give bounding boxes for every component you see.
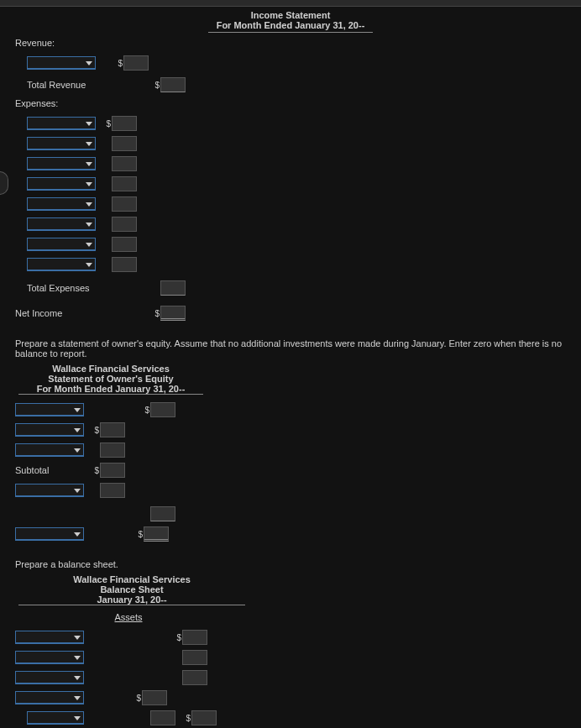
dollar-sign: $ [153, 81, 160, 90]
net-income-input[interactable] [160, 306, 186, 321]
asset-amount-4a[interactable] [142, 690, 167, 705]
oe-dropdown-2[interactable] [15, 423, 84, 437]
subtotal-input[interactable] [100, 463, 125, 478]
oe-company: Wallace Financial Services [18, 364, 203, 374]
oe-underline [18, 394, 203, 395]
revenue-label: Revenue: [15, 38, 566, 48]
asset-dropdown-4[interactable] [15, 691, 84, 704]
expense-amount-3[interactable] [112, 156, 137, 171]
total-revenue-label: Total Revenue [27, 80, 153, 90]
oe-dropdown-3[interactable] [15, 443, 84, 457]
owners-equity-header: Wallace Financial Services Statement of … [18, 364, 203, 394]
revenue-account-dropdown[interactable] [27, 56, 96, 70]
expense-amount-2[interactable] [112, 136, 137, 151]
expense-amount-6[interactable] [112, 217, 137, 232]
asset-amount-1[interactable] [182, 630, 207, 645]
asset-dropdown-3[interactable] [15, 671, 84, 684]
dollar-sign: $ [184, 714, 191, 723]
dollar-sign: $ [153, 309, 160, 318]
expense-amount-1[interactable] [112, 116, 137, 131]
net-income-label: Net Income [15, 308, 153, 318]
oe-amount-4[interactable] [100, 483, 125, 498]
asset-amount-5a[interactable] [150, 710, 175, 725]
balance-sheet-instruction: Prepare a balance sheet. [15, 559, 566, 569]
income-statement-period: For Month Ended January 31, 20-- [15, 20, 566, 30]
expense-amount-4[interactable] [112, 176, 137, 191]
assets-heading: Assets [15, 612, 242, 622]
dollar-sign: $ [104, 119, 111, 128]
oe-dropdown-4[interactable] [15, 484, 84, 497]
expense-dropdown-2[interactable] [27, 137, 96, 150]
asset-amount-3[interactable] [182, 670, 207, 685]
asset-dropdown-1[interactable] [15, 631, 84, 644]
balance-sheet-header: Wallace Financial Services Balance Sheet… [18, 574, 245, 605]
total-revenue-input[interactable] [160, 77, 186, 92]
expense-dropdown-7[interactable] [27, 238, 96, 251]
oe-amount-1[interactable] [150, 402, 175, 417]
revenue-amount-input[interactable] [123, 55, 149, 71]
oe-title: Statement of Owner's Equity [18, 374, 203, 384]
dollar-sign: $ [143, 406, 149, 415]
expense-dropdown-4[interactable] [27, 177, 96, 191]
dollar-sign: $ [134, 694, 141, 703]
bs-title: Balance Sheet [18, 584, 245, 594]
header-underline [208, 32, 373, 33]
owners-equity-instruction: Prepare a statement of owner's equity. A… [15, 338, 566, 359]
dollar-sign: $ [116, 59, 123, 68]
dollar-sign: $ [136, 530, 143, 539]
expense-dropdown-5[interactable] [27, 197, 96, 211]
oe-dropdown-5[interactable] [15, 527, 84, 541]
oe-period: For Month Ended January 31, 20-- [18, 384, 203, 394]
total-expenses-input[interactable] [160, 280, 186, 296]
oe-amount-3[interactable] [100, 443, 125, 458]
expense-amount-8[interactable] [112, 257, 137, 272]
asset-dropdown-5[interactable] [27, 711, 84, 725]
income-statement-header: Income Statement For Month Ended January… [15, 10, 566, 30]
tab-strip [0, 0, 581, 7]
dollar-sign: $ [92, 426, 99, 435]
oe-amount-5[interactable] [150, 506, 175, 521]
income-statement-title: Income Statement [15, 10, 566, 20]
subtotal-label: Subtotal [15, 465, 92, 475]
expense-dropdown-1[interactable] [27, 117, 96, 130]
expense-dropdown-3[interactable] [27, 157, 96, 170]
asset-amount-5b[interactable] [191, 710, 217, 725]
total-expenses-label: Total Expenses [27, 283, 153, 293]
expense-amount-5[interactable] [112, 196, 137, 212]
dollar-sign: $ [175, 633, 181, 642]
expenses-label: Expenses: [15, 98, 566, 108]
expense-amount-7[interactable] [112, 237, 137, 252]
expense-dropdown-8[interactable] [27, 258, 96, 271]
expense-dropdown-6[interactable] [27, 217, 96, 231]
bs-date: January 31, 20-- [18, 594, 245, 605]
dollar-sign: $ [92, 466, 99, 475]
asset-dropdown-2[interactable] [15, 651, 84, 664]
bs-company: Wallace Financial Services [18, 574, 245, 584]
bs-underline [18, 605, 245, 605]
asset-amount-2[interactable] [182, 650, 207, 665]
oe-amount-2[interactable] [100, 422, 125, 437]
oe-dropdown-1[interactable] [15, 403, 84, 416]
oe-amount-6[interactable] [144, 526, 169, 542]
